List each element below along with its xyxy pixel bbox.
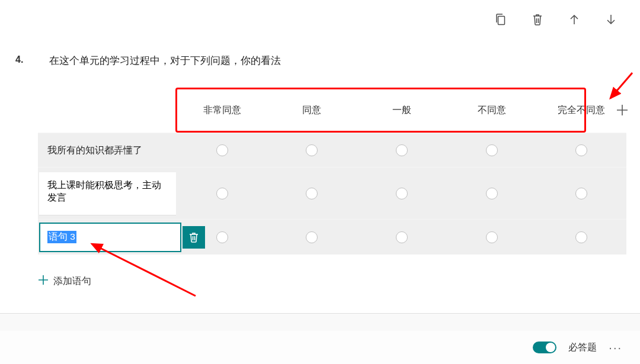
statement-input[interactable]: 语句 3 (39, 223, 181, 252)
radio-option[interactable] (357, 231, 447, 243)
column-header[interactable]: 不同意 (447, 104, 537, 117)
required-label: 必答题 (568, 342, 597, 354)
radio-option[interactable] (177, 144, 267, 156)
add-statement-button[interactable]: 添加语句 (38, 273, 91, 289)
radio-option[interactable] (177, 231, 267, 243)
radio-option[interactable] (267, 144, 357, 156)
statement-input-text: 语句 3 (47, 231, 76, 243)
radio-option[interactable] (267, 231, 357, 243)
column-header[interactable]: 同意 (267, 104, 357, 117)
move-up-icon[interactable] (568, 13, 581, 26)
radio-option[interactable] (536, 188, 626, 199)
statement-row: 我所有的知识都弄懂了 (38, 133, 626, 167)
radio-option[interactable] (536, 231, 626, 243)
statement-label[interactable]: 我上课时能积极思考，主动发言 (39, 172, 176, 215)
question-footer: 必答题 ··· (0, 331, 640, 364)
required-toggle[interactable] (533, 342, 556, 353)
question-number: 4. (15, 54, 23, 65)
radio-option[interactable] (536, 144, 626, 156)
radio-option[interactable] (177, 188, 267, 199)
radio-option[interactable] (447, 144, 537, 156)
radio-option[interactable] (267, 188, 357, 199)
add-statement-label: 添加语句 (53, 275, 91, 288)
radio-option[interactable] (357, 188, 447, 199)
question-title-input[interactable]: 在这个单元的学习过程中，对于下列问题，你的看法 (38, 40, 631, 78)
delete-icon[interactable] (531, 13, 544, 26)
column-header[interactable]: 非常同意 (177, 104, 267, 117)
statement-row-editing: 语句 3 (38, 219, 626, 255)
likert-grid: 非常同意 同意 一般 不同意 完全不同意 我所有的知识都弄懂了 我上课时能积极思… (38, 88, 626, 255)
statement-row: 我上课时能积极思考，主动发言 (38, 167, 626, 219)
radio-option[interactable] (447, 231, 537, 243)
more-options-button[interactable]: ··· (609, 341, 622, 355)
svg-rect-0 (498, 17, 505, 25)
radio-option[interactable] (357, 144, 447, 156)
plus-icon (38, 273, 49, 289)
radio-option[interactable] (447, 188, 537, 199)
add-column-button[interactable] (612, 97, 633, 123)
question-card: 4. 在这个单元的学习过程中，对于下列问题，你的看法 非常同意 同意 一般 不同… (0, 0, 640, 314)
statement-label[interactable]: 我所有的知识都弄懂了 (38, 139, 177, 162)
column-header[interactable]: 一般 (357, 104, 447, 117)
copy-icon[interactable] (494, 13, 507, 26)
question-toolbar (494, 13, 640, 26)
move-down-icon[interactable] (604, 13, 617, 26)
column-header-row: 非常同意 同意 一般 不同意 完全不同意 (38, 88, 626, 133)
